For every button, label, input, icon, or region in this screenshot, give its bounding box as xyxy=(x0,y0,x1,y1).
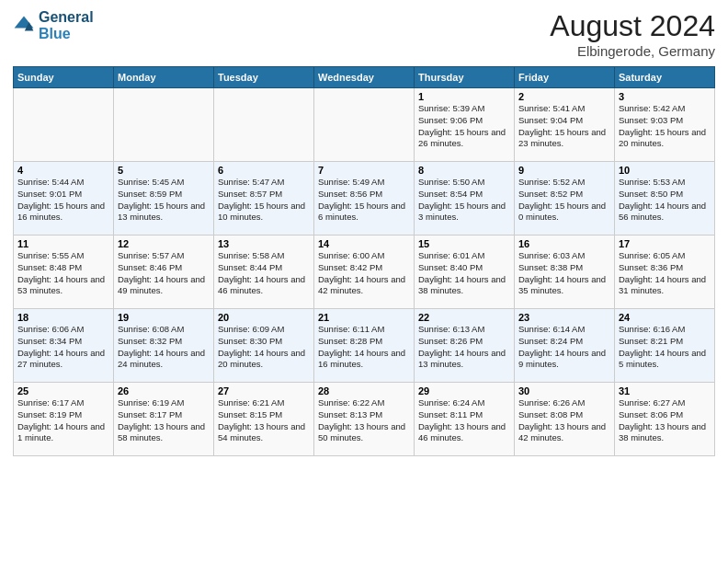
calendar-page: General Blue August 2024 Elbingerode, Ge… xyxy=(0,0,728,563)
day-info: Sunrise: 5:44 AM Sunset: 9:01 PM Dayligh… xyxy=(17,177,109,224)
weekday-header-saturday: Saturday xyxy=(615,67,715,88)
day-number: 1 xyxy=(418,91,510,102)
day-number: 6 xyxy=(218,165,310,176)
calendar-table: SundayMondayTuesdayWednesdayThursdayFrid… xyxy=(13,66,715,456)
day-info: Sunrise: 6:03 AM Sunset: 8:38 PM Dayligh… xyxy=(518,250,610,297)
day-number: 21 xyxy=(318,312,410,323)
day-number: 4 xyxy=(17,165,109,176)
day-info: Sunrise: 5:47 AM Sunset: 8:57 PM Dayligh… xyxy=(218,177,310,224)
calendar-cell: 19Sunrise: 6:08 AM Sunset: 8:32 PM Dayli… xyxy=(114,309,214,383)
calendar-cell: 17Sunrise: 6:05 AM Sunset: 8:36 PM Dayli… xyxy=(615,236,715,309)
day-info: Sunrise: 6:05 AM Sunset: 8:36 PM Dayligh… xyxy=(619,250,711,297)
day-info: Sunrise: 5:53 AM Sunset: 8:50 PM Dayligh… xyxy=(619,177,711,224)
week-row-0: 1Sunrise: 5:39 AM Sunset: 9:06 PM Daylig… xyxy=(14,88,715,162)
day-info: Sunrise: 6:09 AM Sunset: 8:30 PM Dayligh… xyxy=(218,324,310,371)
day-number: 16 xyxy=(518,238,610,249)
calendar-cell: 3Sunrise: 5:42 AM Sunset: 9:03 PM Daylig… xyxy=(615,88,715,162)
day-info: Sunrise: 5:57 AM Sunset: 8:46 PM Dayligh… xyxy=(118,250,210,297)
calendar-cell: 11Sunrise: 5:55 AM Sunset: 8:48 PM Dayli… xyxy=(14,236,114,309)
day-number: 7 xyxy=(318,165,410,176)
week-row-2: 11Sunrise: 5:55 AM Sunset: 8:48 PM Dayli… xyxy=(14,236,715,309)
day-info: Sunrise: 5:49 AM Sunset: 8:56 PM Dayligh… xyxy=(318,177,410,224)
day-number: 8 xyxy=(418,165,510,176)
day-number: 3 xyxy=(619,91,711,102)
day-info: Sunrise: 5:52 AM Sunset: 8:52 PM Dayligh… xyxy=(518,177,610,224)
day-info: Sunrise: 6:22 AM Sunset: 8:13 PM Dayligh… xyxy=(318,397,410,444)
calendar-cell: 21Sunrise: 6:11 AM Sunset: 8:28 PM Dayli… xyxy=(314,309,415,383)
day-number: 9 xyxy=(518,165,610,176)
day-number: 30 xyxy=(518,385,610,396)
day-number: 14 xyxy=(318,238,410,249)
day-info: Sunrise: 6:14 AM Sunset: 8:24 PM Dayligh… xyxy=(518,324,610,371)
weekday-header-tuesday: Tuesday xyxy=(214,67,314,88)
calendar-cell: 7Sunrise: 5:49 AM Sunset: 8:56 PM Daylig… xyxy=(314,162,415,236)
weekday-header-thursday: Thursday xyxy=(415,67,515,88)
day-number: 31 xyxy=(619,385,711,396)
day-info: Sunrise: 6:27 AM Sunset: 8:06 PM Dayligh… xyxy=(619,397,711,444)
day-number: 13 xyxy=(218,238,310,249)
calendar-cell: 8Sunrise: 5:50 AM Sunset: 8:54 PM Daylig… xyxy=(415,162,515,236)
day-info: Sunrise: 6:24 AM Sunset: 8:11 PM Dayligh… xyxy=(418,397,510,444)
day-info: Sunrise: 5:42 AM Sunset: 9:03 PM Dayligh… xyxy=(619,103,711,150)
logo-icon xyxy=(13,15,35,37)
calendar-cell: 15Sunrise: 6:01 AM Sunset: 8:40 PM Dayli… xyxy=(415,236,515,309)
day-info: Sunrise: 6:08 AM Sunset: 8:32 PM Dayligh… xyxy=(118,324,210,371)
day-info: Sunrise: 6:21 AM Sunset: 8:15 PM Dayligh… xyxy=(218,397,310,444)
week-row-4: 25Sunrise: 6:17 AM Sunset: 8:19 PM Dayli… xyxy=(14,383,715,456)
weekday-header-sunday: Sunday xyxy=(14,67,114,88)
day-info: Sunrise: 6:26 AM Sunset: 8:08 PM Dayligh… xyxy=(518,397,610,444)
calendar-cell: 6Sunrise: 5:47 AM Sunset: 8:57 PM Daylig… xyxy=(214,162,314,236)
calendar-cell: 9Sunrise: 5:52 AM Sunset: 8:52 PM Daylig… xyxy=(515,162,615,236)
day-info: Sunrise: 5:55 AM Sunset: 8:48 PM Dayligh… xyxy=(17,250,109,297)
logo-text: General Blue xyxy=(39,9,94,41)
day-info: Sunrise: 6:19 AM Sunset: 8:17 PM Dayligh… xyxy=(118,397,210,444)
calendar-cell: 14Sunrise: 6:00 AM Sunset: 8:42 PM Dayli… xyxy=(314,236,415,309)
calendar-cell: 23Sunrise: 6:14 AM Sunset: 8:24 PM Dayli… xyxy=(515,309,615,383)
day-number: 24 xyxy=(619,312,711,323)
day-info: Sunrise: 5:41 AM Sunset: 9:04 PM Dayligh… xyxy=(518,103,610,150)
day-number: 17 xyxy=(619,238,711,249)
weekday-header-row: SundayMondayTuesdayWednesdayThursdayFrid… xyxy=(14,67,715,88)
week-row-3: 18Sunrise: 6:06 AM Sunset: 8:34 PM Dayli… xyxy=(14,309,715,383)
day-number: 23 xyxy=(518,312,610,323)
calendar-cell: 20Sunrise: 6:09 AM Sunset: 8:30 PM Dayli… xyxy=(214,309,314,383)
day-info: Sunrise: 5:45 AM Sunset: 8:59 PM Dayligh… xyxy=(118,177,210,224)
calendar-cell: 18Sunrise: 6:06 AM Sunset: 8:34 PM Dayli… xyxy=(14,309,114,383)
day-number: 12 xyxy=(118,238,210,249)
day-info: Sunrise: 6:06 AM Sunset: 8:34 PM Dayligh… xyxy=(17,324,109,371)
day-info: Sunrise: 6:00 AM Sunset: 8:42 PM Dayligh… xyxy=(318,250,410,297)
calendar-cell: 13Sunrise: 5:58 AM Sunset: 8:44 PM Dayli… xyxy=(214,236,314,309)
calendar-cell: 10Sunrise: 5:53 AM Sunset: 8:50 PM Dayli… xyxy=(615,162,715,236)
subtitle: Elbingerode, Germany xyxy=(550,43,715,59)
calendar-cell: 29Sunrise: 6:24 AM Sunset: 8:11 PM Dayli… xyxy=(415,383,515,456)
calendar-cell xyxy=(114,88,214,162)
calendar-cell xyxy=(314,88,415,162)
day-info: Sunrise: 6:11 AM Sunset: 8:28 PM Dayligh… xyxy=(318,324,410,371)
week-row-1: 4Sunrise: 5:44 AM Sunset: 9:01 PM Daylig… xyxy=(14,162,715,236)
calendar-cell: 25Sunrise: 6:17 AM Sunset: 8:19 PM Dayli… xyxy=(14,383,114,456)
calendar-cell xyxy=(14,88,114,162)
calendar-cell: 12Sunrise: 5:57 AM Sunset: 8:46 PM Dayli… xyxy=(114,236,214,309)
calendar-cell: 24Sunrise: 6:16 AM Sunset: 8:21 PM Dayli… xyxy=(615,309,715,383)
day-number: 11 xyxy=(17,238,109,249)
day-number: 22 xyxy=(418,312,510,323)
day-info: Sunrise: 5:58 AM Sunset: 8:44 PM Dayligh… xyxy=(218,250,310,297)
calendar-cell: 16Sunrise: 6:03 AM Sunset: 8:38 PM Dayli… xyxy=(515,236,615,309)
day-number: 19 xyxy=(118,312,210,323)
calendar-cell: 31Sunrise: 6:27 AM Sunset: 8:06 PM Dayli… xyxy=(615,383,715,456)
calendar-cell: 1Sunrise: 5:39 AM Sunset: 9:06 PM Daylig… xyxy=(415,88,515,162)
day-number: 18 xyxy=(17,312,109,323)
calendar-cell: 2Sunrise: 5:41 AM Sunset: 9:04 PM Daylig… xyxy=(515,88,615,162)
weekday-header-monday: Monday xyxy=(114,67,214,88)
weekday-header-friday: Friday xyxy=(515,67,615,88)
day-number: 26 xyxy=(118,385,210,396)
main-title: August 2024 xyxy=(550,9,715,43)
day-number: 27 xyxy=(218,385,310,396)
day-info: Sunrise: 6:17 AM Sunset: 8:19 PM Dayligh… xyxy=(17,397,109,444)
day-number: 28 xyxy=(318,385,410,396)
calendar-cell xyxy=(214,88,314,162)
day-number: 29 xyxy=(418,385,510,396)
day-number: 2 xyxy=(518,91,610,102)
calendar-cell: 28Sunrise: 6:22 AM Sunset: 8:13 PM Dayli… xyxy=(314,383,415,456)
calendar-cell: 22Sunrise: 6:13 AM Sunset: 8:26 PM Dayli… xyxy=(415,309,515,383)
